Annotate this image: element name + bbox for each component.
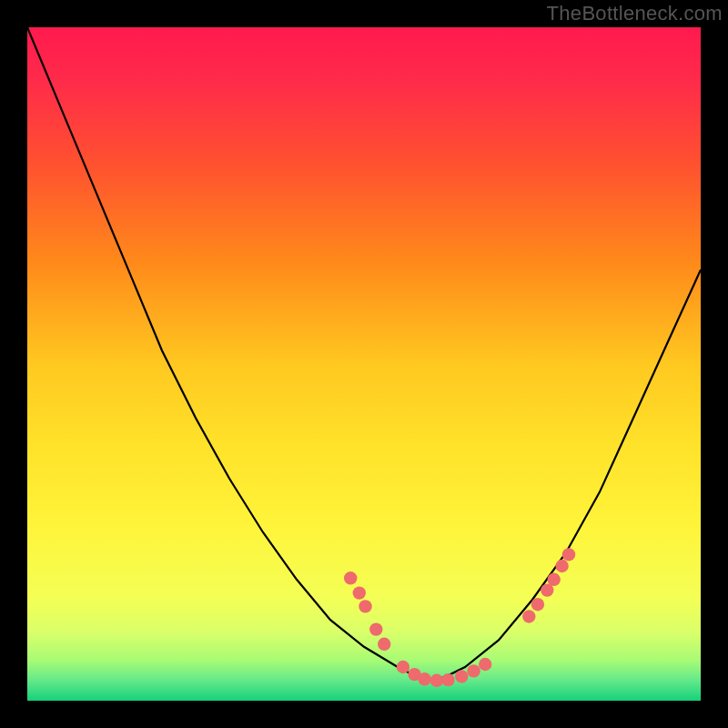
chart-frame: TheBottleneck.com [0,0,728,728]
highlight-dot [441,673,454,686]
highlight-dot [562,548,575,561]
highlight-dot [353,586,366,599]
highlight-dot [479,658,491,671]
highlight-dot [359,600,371,612]
highlight-dot [430,674,443,687]
highlight-dot [378,638,390,651]
highlight-dot [467,664,480,677]
watermark-text: TheBottleneck.com [547,2,723,25]
highlight-dot [418,672,430,685]
bottleneck-chart [0,0,728,728]
highlight-dot [344,571,357,584]
highlight-dot [455,670,468,682]
plot-background [27,27,701,701]
highlight-dot [531,598,544,611]
highlight-dot [522,610,535,622]
highlight-dot [548,573,561,586]
highlight-dot [397,661,410,673]
highlight-dot [555,560,568,572]
highlight-dot [369,622,382,635]
